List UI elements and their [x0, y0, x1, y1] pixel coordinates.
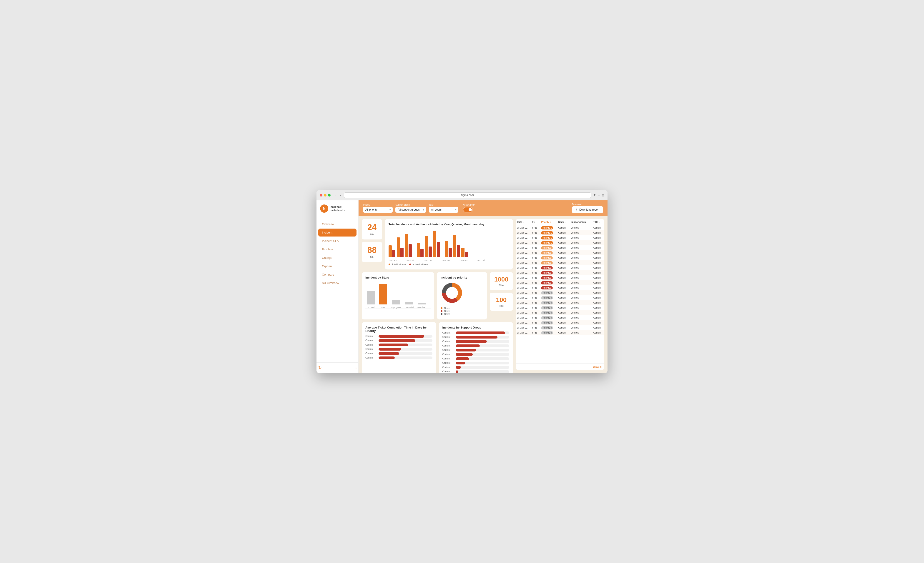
support-chart-title: Incidents by Support Group [442, 326, 510, 329]
x-label-4: 2021 Jan [441, 259, 450, 262]
cell-title: Content [592, 225, 604, 230]
cell-title: Content [592, 300, 604, 305]
support-filter-group: Support group All support groups [395, 204, 426, 213]
bar-total-7 [445, 241, 448, 257]
minimize-button[interactable] [324, 194, 327, 196]
bar-total-8 [453, 235, 456, 257]
cell-support: Content [569, 270, 592, 275]
cell-title: Content [592, 325, 604, 330]
cell-state: Content [557, 250, 569, 255]
cell-support: Content [569, 240, 592, 245]
bar-total-2 [397, 237, 400, 257]
support-select-wrapper: All support groups [395, 207, 426, 213]
bar-active-4 [420, 249, 424, 257]
stat-card-1: 24 Title [362, 219, 382, 240]
th-supportgroup[interactable]: Supportgroup ↕ [569, 219, 592, 225]
th-title[interactable]: Title ↕ [592, 219, 604, 225]
sidebar-item-change[interactable]: Change [318, 254, 357, 262]
cell-state: Content [557, 310, 569, 315]
th-date[interactable]: Date ↕ [516, 219, 531, 225]
svg-point-4 [446, 287, 458, 299]
sidebar-item-overview[interactable]: Overview [318, 220, 357, 228]
stat-card-3: 1000 Title [490, 272, 513, 290]
avg-bar-item-3: Content [365, 343, 432, 346]
year-select[interactable]: All years [429, 207, 458, 213]
maximize-button[interactable] [328, 194, 331, 196]
support-bar-item-9: Content [442, 366, 510, 369]
support-select[interactable]: All support groups [395, 207, 426, 213]
table-container[interactable]: Date ↕ # ↕ Priority ↕ State ↕ Supportgro… [516, 219, 604, 363]
sidebar-item-orphan[interactable]: Orphan [318, 262, 357, 270]
cell-state: Content [557, 225, 569, 230]
incidents-toggle[interactable] [463, 207, 473, 213]
close-button[interactable] [320, 194, 322, 196]
table-row: 08 Jan '22 8763 Priority 1 Content Conte… [516, 235, 604, 240]
support-bar-track-4 [456, 344, 510, 347]
cell-num: 8763 [531, 320, 540, 325]
share-icon[interactable]: ⬆ [593, 193, 596, 197]
th-priority[interactable]: Priority ↕ [540, 219, 557, 225]
support-bar-label-3: Content [442, 340, 454, 343]
add-tab-icon[interactable]: + [598, 193, 600, 197]
refresh-icon[interactable]: ↻ [318, 365, 322, 370]
support-bar-item-5: Content [442, 349, 510, 352]
forward-button[interactable]: › [339, 193, 342, 198]
sidebar-item-problem[interactable]: Problem [318, 246, 357, 253]
support-bar-track-3 [456, 340, 510, 343]
support-bar-label-7: Content [442, 357, 454, 360]
table-header-row: Date ↕ # ↕ Priority ↕ State ↕ Supportgro… [516, 219, 604, 225]
bar-total-4 [417, 243, 420, 257]
cell-support: Content [569, 320, 592, 325]
cell-num: 8763 [531, 270, 540, 275]
table-body: 08 Jan '22 8763 Priority 1 Content Conte… [516, 225, 604, 335]
donut-dot-3 [441, 313, 442, 315]
cell-priority: Priority3 [540, 265, 557, 270]
cell-state: Content [557, 275, 569, 280]
cell-support: Content [569, 300, 592, 305]
x-label-3: 2020 Oct [424, 259, 432, 262]
cell-priority: Priority3 [540, 285, 557, 290]
stat-label-3: Title [494, 284, 508, 287]
cell-date: 08 Jan '22 [516, 280, 531, 285]
state-bar-cancelled: Cancelled [405, 302, 414, 308]
show-all-button[interactable]: Show all [516, 363, 604, 370]
logo-icon: N [320, 205, 328, 213]
cell-title: Content [592, 235, 604, 240]
collapse-icon[interactable]: ‹ [356, 366, 357, 370]
priority-filter-label: Priority [363, 204, 393, 206]
cell-date: 08 Jan '22 [516, 320, 531, 325]
cell-priority: Priority 4 [540, 325, 557, 330]
download-report-button[interactable]: ⬇ Download report [572, 206, 603, 213]
sidebar-item-nx-overview[interactable]: NX Overview [318, 279, 357, 287]
grid-icon[interactable]: ⊞ [602, 193, 604, 197]
avg-bar-label-4: Content [365, 348, 377, 350]
cell-support: Content [569, 280, 592, 285]
back-button[interactable]: ‹ [334, 193, 338, 198]
support-bar-track-6 [456, 353, 510, 356]
incidents-table: Date ↕ # ↕ Priority ↕ State ↕ Supportgro… [516, 219, 604, 335]
bar-closed [367, 291, 375, 304]
avg-bar-track-4 [378, 348, 432, 350]
bar-new [379, 284, 387, 304]
priority-select[interactable]: All priority [363, 207, 393, 213]
state-label-new: New [381, 306, 385, 308]
sidebar-item-incident-sla[interactable]: Incident SLA [318, 237, 357, 245]
sidebar-item-compare[interactable]: Compare [318, 271, 357, 279]
cell-date: 08 Jan '22 [516, 265, 531, 270]
bar-active-1 [392, 250, 395, 257]
state-chart-title: Incident by State [365, 276, 430, 279]
cell-date: 08 Jan '22 [516, 255, 531, 260]
th-number[interactable]: # ↕ [531, 219, 540, 225]
cell-num: 8763 [531, 315, 540, 320]
state-label-cancelled: Cancelled [405, 306, 414, 308]
th-state[interactable]: State ↕ [557, 219, 569, 225]
cell-state: Content [557, 300, 569, 305]
address-bar[interactable]: figma.com [344, 192, 591, 198]
table-row: 08 Jan '22 8763 Priority 1 Content Conte… [516, 240, 604, 245]
state-label-closed: Closed [368, 306, 375, 308]
stat-cards-right: 1000 Title 100 Title [490, 272, 513, 319]
x-label-2: 2020 Jul [406, 259, 414, 262]
x-label-1: 2020 Apr [388, 259, 397, 262]
cell-priority: Priority 1 [540, 230, 557, 235]
sidebar-item-incident[interactable]: Incident [318, 229, 357, 237]
